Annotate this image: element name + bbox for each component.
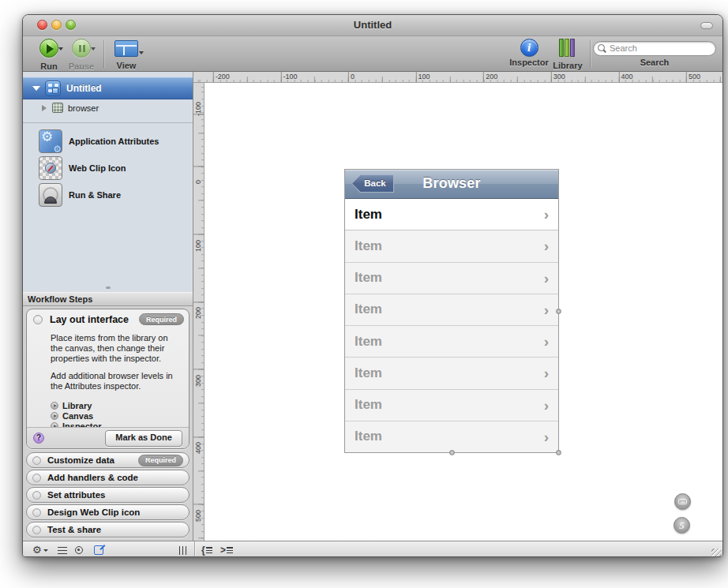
list-item[interactable]: Item› — [345, 358, 558, 389]
splitter-handle[interactable] — [106, 287, 111, 289]
sidebar-item[interactable]: Application Attributes — [23, 128, 193, 155]
workflow-steps-header: Workflow Steps — [23, 292, 193, 306]
search-input[interactable] — [593, 41, 716, 56]
indent-icon: > — [220, 545, 226, 556]
chevron-right-icon: › — [544, 365, 549, 380]
keyboard-toggle-icon — [678, 499, 687, 504]
breakpoint-icon — [75, 546, 83, 554]
ruler-label: 400 — [194, 442, 202, 454]
ruler-label: 400 — [621, 73, 632, 81]
list-item[interactable]: Item› — [345, 199, 558, 230]
resize-handle-bottom[interactable] — [449, 450, 455, 455]
project-label: Untitled — [66, 83, 102, 94]
ruler-label: 100 — [418, 73, 430, 81]
edit-mode-button[interactable] — [94, 544, 103, 556]
chevron-right-icon: › — [544, 429, 549, 444]
ruler-label: -200 — [216, 73, 230, 81]
sidebar-item[interactable]: Run & Share — [23, 182, 193, 208]
required-badge: Required — [138, 455, 183, 466]
step-radio[interactable] — [32, 491, 41, 500]
mockup-title: Browser — [345, 175, 558, 192]
window-title: Untitled — [23, 19, 722, 31]
horizontal-ruler: -200-1000100200300400500 — [193, 72, 722, 83]
breakpoint-button[interactable] — [75, 544, 83, 556]
step-radio[interactable] — [32, 508, 41, 517]
step-radio[interactable] — [32, 456, 41, 465]
step-link[interactable]: Canvas — [51, 410, 189, 421]
pause-button[interactable]: Pause — [66, 39, 97, 71]
run-play-icon — [39, 39, 58, 58]
workflow-step-active: Lay out interface Required Place items f… — [26, 309, 190, 449]
step-radio[interactable] — [32, 526, 41, 534]
source-braces-icon: { — [201, 545, 205, 556]
workflow-panel: Lay out interface Required Place items f… — [23, 306, 193, 451]
step-radio[interactable] — [32, 474, 41, 482]
ruler-label: 500 — [194, 510, 202, 522]
window-titlebar[interactable]: Untitled — [23, 15, 722, 36]
toolbar: Run Pause View i Inspector Library Searc… — [23, 36, 722, 72]
chevron-right-icon: › — [544, 238, 549, 253]
ruler-label: 500 — [689, 73, 700, 81]
workflow-step-collapsed[interactable]: Test & share — [26, 522, 190, 537]
resize-handle-corner[interactable] — [556, 450, 561, 455]
browser-grid-icon — [52, 103, 63, 113]
sidebar-item-browser[interactable]: browser — [23, 99, 193, 116]
workflow-step-collapsed[interactable]: Add handlers & code — [26, 470, 190, 485]
list-view-button[interactable] — [58, 544, 67, 556]
ruler-label: 200 — [486, 73, 497, 81]
view-panes-icon — [114, 40, 138, 57]
search-group: Search — [591, 40, 718, 67]
step-link[interactable]: Library — [51, 400, 189, 410]
view-button[interactable]: View — [110, 39, 143, 70]
browser-list-view[interactable]: Back Browser Item›Item›Item›Item›Item›It… — [344, 169, 559, 453]
list-item[interactable]: Item› — [345, 421, 558, 452]
chevron-right-icon: › — [544, 398, 549, 413]
list-item[interactable]: Item› — [345, 294, 558, 326]
source-view-button[interactable]: { — [201, 544, 212, 556]
list-item[interactable]: Item› — [345, 230, 558, 262]
workflow-step-collapsed[interactable]: Customize dataRequired — [26, 452, 190, 468]
run-button[interactable]: Run — [36, 39, 62, 71]
list-item-label: Item — [355, 301, 382, 317]
sidebar-spacer — [23, 208, 193, 292]
sidebar-nav-items: Application AttributesWeb Clip IconRun &… — [23, 123, 193, 208]
indent-button[interactable]: > — [220, 544, 233, 556]
resize-grip[interactable] — [711, 549, 722, 557]
workflow-step-collapsed[interactable]: Design Web Clip icon — [26, 504, 190, 520]
rotate-button[interactable]: 5 — [674, 517, 690, 534]
toolbar-separator — [590, 40, 591, 68]
list-item[interactable]: Item› — [345, 263, 558, 294]
list-item-label: Item — [355, 397, 382, 413]
ruler-label: 100 — [194, 240, 202, 252]
columns-button[interactable] — [179, 544, 187, 556]
step-paragraph: Place items from the library on the canv… — [51, 333, 181, 364]
disclosure-closed-icon[interactable] — [42, 105, 47, 111]
ruler-label: 0 — [194, 180, 202, 184]
gear-menu-button[interactable]: ⚙ — [32, 544, 48, 556]
mark-as-done-button[interactable]: Mark as Done — [105, 430, 182, 447]
step-radio[interactable] — [33, 315, 43, 324]
workflow-collapsed-steps: Customize dataRequiredAdd handlers & cod… — [23, 451, 193, 541]
inspector-button[interactable]: i Inspector — [508, 39, 550, 67]
list-item-label: Item — [355, 429, 382, 444]
toolbar-toggle-button[interactable] — [700, 22, 713, 29]
sidebar-item[interactable]: Web Clip Icon — [23, 155, 193, 182]
step-title: Lay out interface — [50, 314, 139, 325]
canvas: -200-1000100200300400500 -10001002003004… — [193, 72, 722, 541]
list-item-label: Item — [355, 365, 382, 381]
workflow-step-collapsed[interactable]: Set attributes — [26, 487, 190, 503]
resize-handle-right[interactable] — [556, 309, 561, 314]
list-item-label: Item — [355, 270, 382, 286]
required-badge: Required — [139, 313, 184, 325]
help-button[interactable]: ? — [33, 433, 44, 444]
chevron-right-icon: › — [544, 334, 549, 349]
pause-icon — [72, 39, 91, 58]
keyboard-toggle-button[interactable] — [674, 493, 691, 510]
list-item[interactable]: Item› — [345, 326, 558, 358]
canvas-view[interactable]: Back Browser Item›Item›Item›Item›Item›It… — [205, 83, 722, 541]
rotate-5-icon: 5 — [674, 518, 689, 533]
sidebar-item-project[interactable]: Untitled — [23, 77, 193, 99]
list-item[interactable]: Item› — [345, 390, 558, 421]
disclosure-open-icon[interactable] — [32, 86, 40, 91]
library-button[interactable]: Library — [550, 39, 585, 70]
